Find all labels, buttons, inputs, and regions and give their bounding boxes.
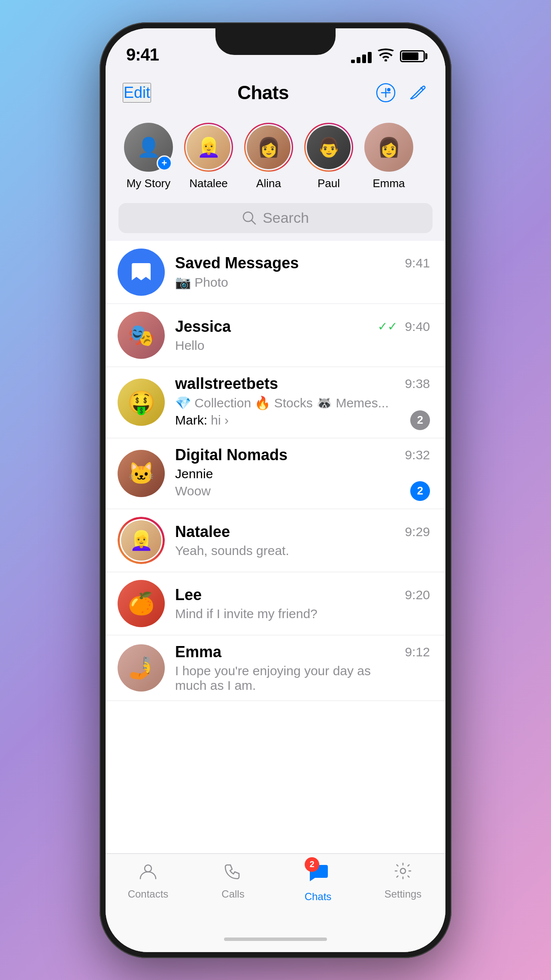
chat-item-jessica[interactable]: 🎭 Jessica ✓✓ 9:40 Hello <box>106 304 445 367</box>
wallstreetbets-bottom: Mark: hi › 2 <box>175 410 430 430</box>
natalee-name: Natalee <box>175 523 230 541</box>
tab-calls-label: Calls <box>221 888 244 900</box>
emma-top: Emma 9:12 <box>175 643 430 661</box>
digital-nomads-preview: Woow <box>175 484 211 498</box>
natalee-ring-inner: 👱‍♀️ <box>185 124 232 170</box>
signal-icon <box>351 49 372 63</box>
alina-avatar: 👩 <box>247 125 291 169</box>
tab-chats[interactable]: 2 Chats <box>284 862 352 903</box>
tab-settings[interactable]: Settings <box>369 862 437 900</box>
story-label-natalee: Natalee <box>189 177 228 190</box>
wallstreetbets-name: wallstreetbets <box>175 375 278 393</box>
add-story-badge: + <box>157 155 172 171</box>
digital-nomads-bottom: Woow 2 <box>175 481 430 501</box>
add-contact-button[interactable] <box>375 82 397 103</box>
home-indicator <box>106 926 445 952</box>
natalee-avatar: 👱‍♀️ <box>187 125 230 169</box>
settings-icon <box>394 862 412 885</box>
wallstreetbets-info: wallstreetbets 9:38 💎 Collection 🔥 Stock… <box>175 375 430 430</box>
lee-info: Lee 9:20 Mind if I invite my friend? <box>175 586 430 621</box>
natalee-avatar-wrap: 👱‍♀️ <box>184 123 233 172</box>
tab-calls[interactable]: Calls <box>199 862 267 900</box>
story-item-alina[interactable]: 👩 Alina <box>239 123 299 190</box>
chat-item-natalee[interactable]: 👱‍♀️ Natalee 9:29 Yeah, sounds great. <box>106 509 445 572</box>
alina-story-ring: 👩 <box>244 123 293 172</box>
jessica-top: Jessica ✓✓ 9:40 <box>175 318 430 336</box>
natalee-chat-photo: 👱‍♀️ <box>121 520 161 561</box>
story-label-paul: Paul <box>318 177 340 190</box>
mark-name: Mark: <box>175 413 207 427</box>
jessica-name: Jessica <box>175 318 231 336</box>
notch <box>215 28 336 55</box>
story-item-emma[interactable]: 👩 Emma <box>359 123 419 190</box>
wallstreetbets-preview2: Mark: hi › <box>175 413 229 428</box>
page-title: Chats <box>237 82 289 103</box>
tab-settings-label: Settings <box>384 888 422 900</box>
chat-item-saved-messages[interactable]: Saved Messages 9:41 📷 Photo <box>106 241 445 304</box>
calls-icon <box>224 862 242 885</box>
emma-preview: I hope you're enjoying your day as much … <box>175 664 381 693</box>
digital-nomads-info: Digital Nomads 9:32 Jennie Woow 2 <box>175 446 430 501</box>
search-icon <box>242 211 257 225</box>
contacts-icon <box>139 862 157 885</box>
nav-header: Edit Chats <box>106 71 445 114</box>
stories-row: 👤 + My Story 👱‍♀️ Natalee <box>106 114 445 199</box>
alina-avatar-wrap: 👩 <box>244 123 293 172</box>
story-item-my-story[interactable]: 👤 + My Story <box>118 123 179 190</box>
lee-top: Lee 9:20 <box>175 586 430 604</box>
signal-bar-2 <box>357 57 360 63</box>
wifi-icon <box>378 49 394 64</box>
natalee-preview: Yeah, sounds great. <box>175 543 289 558</box>
digital-nomads-time: 9:32 <box>405 448 430 462</box>
svg-point-7 <box>400 868 406 874</box>
lee-avatar: 🍊 <box>118 580 165 627</box>
signal-bar-4 <box>368 52 372 63</box>
edit-button[interactable]: Edit <box>123 83 151 103</box>
wallstreetbets-top: wallstreetbets 9:38 <box>175 375 430 393</box>
story-item-natalee[interactable]: 👱‍♀️ Natalee <box>179 123 239 190</box>
signal-bar-3 <box>362 55 366 63</box>
natalee-top: Natalee 9:29 <box>175 523 430 541</box>
lee-name: Lee <box>175 586 202 604</box>
jessica-time-wrap: ✓✓ 9:40 <box>378 319 430 334</box>
saved-messages-preview: 📷 Photo <box>175 275 228 289</box>
wallstreetbets-preview1: 💎 Collection 🔥 Stocks 🦝 Memes... <box>175 395 430 410</box>
digital-nomads-badge: 2 <box>410 481 430 501</box>
story-label-alina: Alina <box>256 177 281 190</box>
chats-list: Saved Messages 9:41 📷 Photo 🎭 Jessica ✓✓ <box>106 241 445 853</box>
tab-contacts[interactable]: Contacts <box>114 862 182 900</box>
chat-item-wallstreetbets[interactable]: 🤑 wallstreetbets 9:38 💎 Collection 🔥 Sto… <box>106 367 445 438</box>
search-placeholder: Search <box>263 209 309 226</box>
phone-screen: 9:41 Edit Chat <box>106 28 445 952</box>
search-bar[interactable]: Search <box>118 203 433 233</box>
saved-messages-name: Saved Messages <box>175 254 299 272</box>
emma-avatar: 👩 <box>364 123 413 172</box>
chat-item-lee[interactable]: 🍊 Lee 9:20 Mind if I invite my friend? <box>106 572 445 635</box>
lee-preview: Mind if I invite my friend? <box>175 607 318 621</box>
battery-icon <box>400 50 425 62</box>
story-item-paul[interactable]: 👨 Paul <box>299 123 359 190</box>
emma-avatar-wrap: 👩 <box>364 123 413 172</box>
natalee-info: Natalee 9:29 Yeah, sounds great. <box>175 523 430 558</box>
saved-messages-avatar <box>118 249 165 296</box>
paul-avatar: 👨 <box>307 125 351 169</box>
tab-chats-label: Chats <box>305 891 332 903</box>
chat-item-emma[interactable]: 🤳 Emma 9:12 I hope you're enjoying your … <box>106 635 445 701</box>
delivered-icon: ✓✓ <box>378 319 397 334</box>
digital-nomads-name: Digital Nomads <box>175 446 288 464</box>
emma-info: Emma 9:12 I hope you're enjoying your da… <box>175 643 430 693</box>
saved-messages-top: Saved Messages 9:41 <box>175 254 430 272</box>
emma-chat-avatar: 🤳 <box>118 644 165 692</box>
chat-item-digital-nomads[interactable]: 🐱 Digital Nomads 9:32 Jennie Woow 2 <box>106 438 445 509</box>
nav-actions <box>375 82 428 103</box>
compose-button[interactable] <box>407 82 428 103</box>
status-icons <box>351 49 425 64</box>
natalee-chat-ring: 👱‍♀️ <box>118 517 165 564</box>
emma-time: 9:12 <box>405 645 430 659</box>
svg-point-6 <box>145 865 151 872</box>
paul-avatar-wrap: 👨 <box>304 123 353 172</box>
digital-nomads-sender: Jennie <box>175 467 430 481</box>
phone-frame: 9:41 Edit Chat <box>100 22 451 958</box>
saved-messages-time: 9:41 <box>405 256 430 270</box>
wallstreetbets-badge: 2 <box>410 410 430 430</box>
